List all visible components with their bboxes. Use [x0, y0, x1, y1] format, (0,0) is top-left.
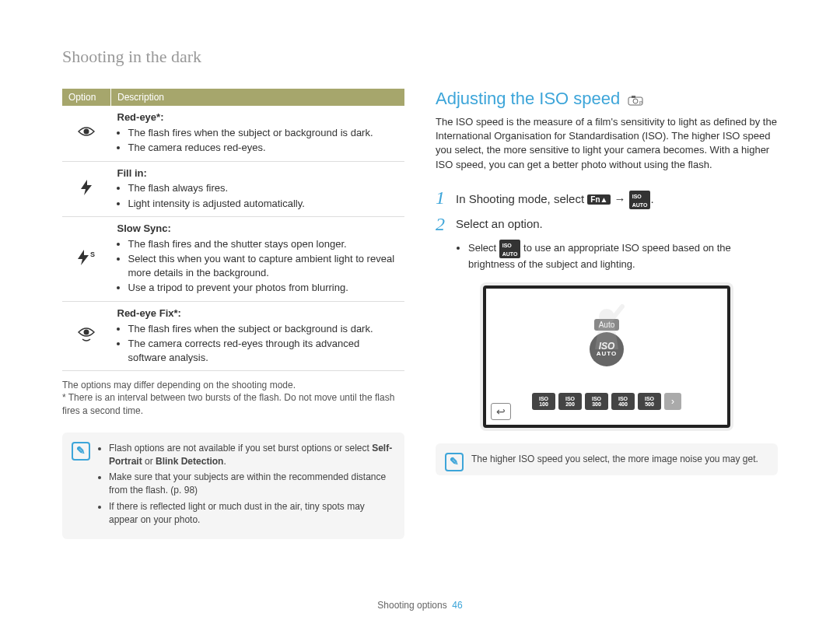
table-row: S Slow Sync: The flash fires and the shu…	[62, 217, 404, 302]
iso-paragraph: The ISO speed is the measure of a film's…	[436, 115, 778, 172]
table-row: Fill in: The flash always fires. Light i…	[62, 161, 404, 217]
bullet: The flash fires and the shutter stays op…	[128, 237, 399, 251]
next-arrow-icon[interactable]: ›	[664, 393, 681, 410]
arrow-icon: →	[614, 192, 626, 205]
camera-p-icon: P	[625, 93, 646, 105]
redeye-icon	[62, 106, 111, 161]
note-item: Flash options are not available if you s…	[109, 442, 394, 468]
option-description: Red-eye Fix*: The flash fires when the s…	[111, 302, 405, 371]
table-row: Red-eye*: The flash fires when the subje…	[62, 106, 404, 161]
svg-point-0	[84, 129, 89, 135]
step-1: 1 In Shooting mode, select Fn▲ → ISOAUTO…	[436, 187, 778, 209]
substep: Select ISOAUTO to use an appropriate ISO…	[456, 240, 778, 270]
iso-chip[interactable]: ISO100	[532, 393, 555, 410]
option-title: Red-eye*:	[117, 111, 164, 123]
step-2: 2 Select an option.	[436, 214, 778, 235]
right-column: Adjusting the ISO speed P The ISO speed …	[436, 89, 778, 539]
note-icon: ✎	[445, 453, 464, 471]
bullet: Use a tripod to prevent your photos from…	[128, 281, 399, 295]
iso-screenshot: Auto ISO AUTO ISO100 ISO200 ISO300 I	[483, 285, 730, 428]
bullet: The flash fires when the subject or back…	[128, 322, 399, 336]
bullet: The flash always fires.	[128, 181, 399, 195]
bullet: Select this when you want to capture amb…	[128, 252, 399, 279]
fillin-icon	[62, 161, 111, 217]
header-option: Option	[62, 89, 111, 106]
iso-chip[interactable]: ISO200	[558, 393, 582, 410]
page: Shooting in the dark Option Description …	[0, 0, 840, 634]
back-icon[interactable]: ↩	[491, 403, 511, 420]
note-box-right: ✎ The higher ISO speed you select, the m…	[436, 443, 778, 475]
redeyefix-icon	[62, 302, 111, 371]
step-text: Select an option.	[456, 214, 543, 230]
option-description: Slow Sync: The flash fires and the shutt…	[111, 217, 405, 302]
note-icon: ✎	[72, 442, 90, 461]
left-column: Option Description Red-eye*: The flash f…	[62, 89, 404, 539]
option-title: Red-eye Fix*:	[117, 307, 181, 319]
section-title: Adjusting the ISO speed P	[436, 89, 778, 109]
step-text: In Shooting mode, select	[456, 192, 584, 205]
svg-text:S: S	[90, 250, 95, 258]
bullet: The camera reduces red-eyes.	[128, 141, 399, 155]
option-description: Fill in: The flash always fires. Light i…	[111, 161, 405, 217]
bullet: The camera corrects red-eyes through its…	[128, 337, 399, 364]
note-text: The higher ISO speed you select, the mor…	[471, 454, 758, 464]
svg-text:P: P	[639, 100, 642, 105]
columns: Option Description Red-eye*: The flash f…	[62, 89, 778, 539]
option-description: Red-eye*: The flash fires when the subje…	[111, 106, 405, 161]
iso-chip[interactable]: ISO300	[585, 393, 608, 410]
footnote-line: * There is an interval between two burst…	[62, 391, 404, 416]
option-title: Fill in:	[117, 167, 147, 179]
person-silhouette-icon	[583, 303, 630, 365]
iso-chip[interactable]: ISO500	[638, 393, 661, 410]
footer-section: Shooting options	[377, 600, 446, 611]
step-number: 1	[436, 187, 456, 208]
steps: 1 In Shooting mode, select Fn▲ → ISOAUTO…	[436, 187, 778, 270]
option-title: Slow Sync:	[117, 222, 171, 234]
iso-chip-row: ISO100 ISO200 ISO300 ISO400 ISO500 ›	[532, 393, 681, 410]
svg-rect-4	[632, 96, 635, 98]
note-box-left: ✎ Flash options are not available if you…	[62, 433, 404, 539]
fn-up-key: Fn▲	[587, 194, 611, 205]
svg-point-5	[633, 99, 638, 103]
iso-auto-key: ISOAUTO	[499, 240, 521, 258]
iso-auto-key: ISOAUTO	[629, 191, 651, 209]
table-header-row: Option Description	[62, 89, 404, 106]
bullet: The flash fires when the subject or back…	[128, 126, 399, 140]
bullet: Light intensity is adjusted automaticall…	[128, 197, 399, 211]
iso-chip[interactable]: ISO400	[611, 393, 635, 410]
page-footer: Shooting options 46	[0, 600, 840, 611]
page-number: 46	[452, 600, 462, 611]
note-item: If there is reflected light or much dust…	[109, 500, 394, 527]
footnotes: The options may differ depending on the …	[62, 379, 404, 417]
header-description: Description	[111, 89, 405, 106]
slowsync-icon: S	[62, 217, 111, 302]
svg-point-2	[84, 329, 89, 335]
table-row: Red-eye Fix*: The flash fires when the s…	[62, 302, 404, 371]
breadcrumb: Shooting in the dark	[62, 47, 778, 67]
note-item: Make sure that your subjects are within …	[109, 471, 394, 497]
flash-options-table: Option Description Red-eye*: The flash f…	[62, 89, 404, 371]
footnote-line: The options may differ depending on the …	[62, 379, 404, 391]
step-number: 2	[436, 214, 456, 235]
